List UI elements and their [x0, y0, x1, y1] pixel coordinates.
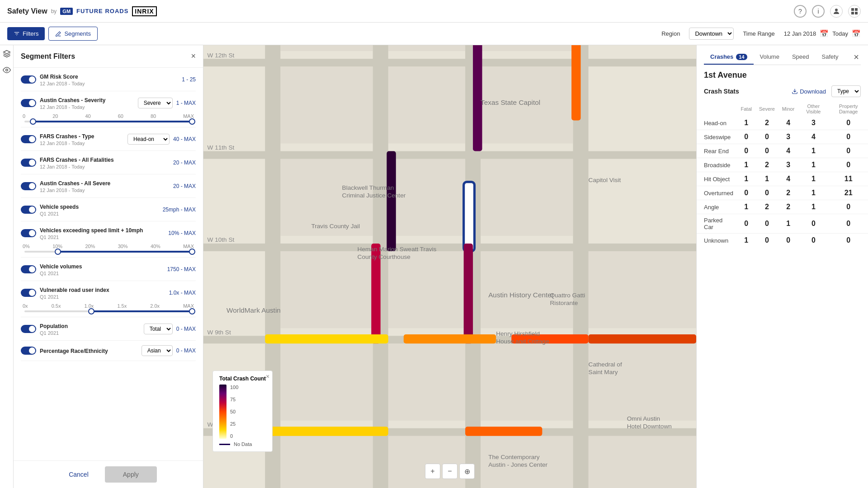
- map-area[interactable]: W 14th St W 12th St W 11th St W 10th St …: [203, 45, 696, 488]
- toggle-vehicles-speed-limit[interactable]: [21, 229, 36, 237]
- filters-button[interactable]: Filters: [7, 27, 45, 40]
- svg-rect-22: [388, 343, 465, 420]
- race-dropdown[interactable]: Asian: [142, 345, 173, 356]
- region-select[interactable]: Downtown: [689, 28, 734, 40]
- topbar-left: Safety View by GM FUTURE ROADS INRIX: [7, 6, 157, 16]
- filter-vulnerable-road: Vulnerable road user index Q1 2021 1.0x …: [21, 281, 196, 317]
- table-row: Unknown 1 0 0 0 0: [697, 234, 868, 248]
- filters-close-button[interactable]: ×: [191, 52, 196, 61]
- brand-fr: FUTURE ROADS: [76, 8, 128, 14]
- calendar-icon[interactable]: 📅: [820, 29, 829, 38]
- table-row: Angle 1 2 2 1 0: [697, 200, 868, 214]
- table-row: Broadside 1 2 3 1 0: [697, 158, 868, 172]
- table-row: Sideswipe 0 0 3 4 0: [697, 130, 868, 144]
- type-dropdown[interactable]: Head-onSideswipeRear End: [127, 134, 170, 145]
- svg-text:County Courthouse: County Courthouse: [358, 253, 410, 260]
- svg-rect-42: [571, 45, 580, 120]
- stats-table: Fatal Severe Minor Other Visible Propert…: [697, 102, 868, 247]
- toggle-gm-risk[interactable]: [21, 75, 36, 84]
- table-row: Overturned 0 0 2 1 21: [697, 186, 868, 200]
- slider-thumb-left[interactable]: [30, 118, 36, 125]
- slider-thumb-right[interactable]: [189, 118, 195, 125]
- vru-thumb-right[interactable]: [189, 308, 195, 314]
- svg-rect-28: [581, 436, 696, 488]
- svg-text:Saint Mary: Saint Mary: [589, 369, 618, 375]
- toggle-race-ethnicity[interactable]: [21, 347, 36, 355]
- svg-text:W 12th St: W 12th St: [208, 52, 235, 59]
- svg-rect-20: [581, 251, 696, 328]
- date-start: 12 Jan 2018: [784, 30, 816, 37]
- svg-text:Austin History Center: Austin History Center: [488, 291, 554, 299]
- eye-icon[interactable]: [3, 66, 11, 76]
- svg-point-5: [5, 69, 8, 71]
- svg-rect-46: [265, 334, 388, 343]
- svg-rect-12: [388, 66, 465, 143]
- main: Segment Filters × GM Risk Score 12 Jan 2…: [0, 45, 868, 488]
- cancel-button[interactable]: Cancel: [60, 467, 98, 482]
- grid-icon[interactable]: [848, 5, 861, 18]
- svg-rect-9: [388, 45, 465, 51]
- filter-austin-all-severe: Austin Crashes - All Severe 12 Jan 2018 …: [21, 174, 196, 198]
- filter-vehicles-speed-limit: Vehicles exceeding speed limit + 10mph Q…: [21, 221, 196, 258]
- toggle-vehicle-speeds[interactable]: [21, 206, 36, 214]
- topbar-right: ? i: [794, 5, 861, 18]
- toggle-austin-all-severe[interactable]: [21, 182, 36, 190]
- info-icon[interactable]: i: [812, 5, 825, 18]
- speed-thumb-left[interactable]: [55, 249, 61, 255]
- toggle-fars-type[interactable]: [21, 135, 36, 143]
- crash-stats-title: Crash Stats: [704, 88, 739, 95]
- compass-button[interactable]: ⊕: [459, 464, 475, 479]
- help-icon[interactable]: ?: [794, 5, 807, 18]
- svg-text:Texas State Capitol: Texas State Capitol: [481, 99, 540, 106]
- tab-volume[interactable]: Volume: [754, 50, 786, 65]
- tab-safety[interactable]: Safety: [816, 50, 845, 65]
- brand-gm: GM: [60, 8, 73, 15]
- calendar-icon-2[interactable]: 📅: [852, 29, 861, 38]
- filters-footer: Cancel Apply: [14, 460, 203, 488]
- crash-stats-header: Crash Stats Download Type: [697, 83, 868, 102]
- severity-dropdown[interactable]: SevereMinorFatal: [138, 98, 173, 108]
- layers-icon[interactable]: [3, 50, 11, 60]
- svg-rect-11: [280, 66, 373, 143]
- filter-gm-risk: GM Risk Score 12 Jan 2018 - Today 1 - 25: [21, 68, 196, 91]
- filter-population: Population Q1 2021 Total 0 - MAX: [21, 317, 196, 341]
- svg-rect-21: [280, 343, 373, 420]
- zoom-in-button[interactable]: +: [425, 464, 440, 479]
- speed-thumb-right[interactable]: [189, 249, 195, 255]
- svg-rect-23: [481, 343, 573, 420]
- tab-speed[interactable]: Speed: [786, 50, 816, 65]
- user-icon[interactable]: [830, 5, 843, 18]
- toggle-fars-fatalities[interactable]: [21, 159, 36, 167]
- right-panel-body: Fatal Severe Minor Other Visible Propert…: [697, 102, 868, 488]
- svg-text:W 9th St: W 9th St: [208, 329, 231, 336]
- legend-line: [219, 444, 230, 445]
- svg-rect-2: [855, 8, 858, 11]
- zoom-out-button[interactable]: −: [442, 464, 458, 479]
- svg-rect-17: [280, 251, 373, 328]
- legend-no-data-label: No Data: [234, 441, 252, 447]
- segments-button[interactable]: Segments: [48, 27, 98, 41]
- toggle-population[interactable]: [21, 325, 36, 333]
- download-button[interactable]: Download: [792, 88, 826, 95]
- tab-crashes[interactable]: Crashes 14: [704, 50, 754, 65]
- toggle-austin-severity[interactable]: [21, 99, 36, 107]
- svg-text:House and Cottage: House and Cottage: [496, 338, 549, 345]
- svg-text:W 10th St: W 10th St: [208, 236, 235, 243]
- svg-text:Austin - Jones Center: Austin - Jones Center: [488, 461, 547, 468]
- app-by: by: [51, 8, 57, 14]
- date-end: Today: [832, 30, 848, 37]
- legend-labels: 100 75 50 25 0: [230, 385, 238, 439]
- toggle-vehicle-volumes[interactable]: [21, 265, 36, 273]
- legend-close-button[interactable]: ×: [266, 373, 269, 380]
- type-select[interactable]: Type: [831, 85, 861, 97]
- population-dropdown[interactable]: Total: [144, 324, 173, 334]
- vru-thumb-left[interactable]: [88, 308, 94, 314]
- app-title: Safety View: [7, 7, 47, 15]
- right-panel-tabs: Crashes 14 Volume Speed Safety: [704, 50, 844, 65]
- speed-slider: 0%10%20%30%40%MAX: [21, 244, 196, 253]
- brand-inrix: INRIX: [132, 6, 156, 16]
- toggle-vulnerable-road[interactable]: [21, 289, 36, 297]
- time-range-label: Time Range: [743, 30, 774, 37]
- apply-button[interactable]: Apply: [105, 466, 157, 483]
- right-panel-close-button[interactable]: ×: [852, 50, 861, 64]
